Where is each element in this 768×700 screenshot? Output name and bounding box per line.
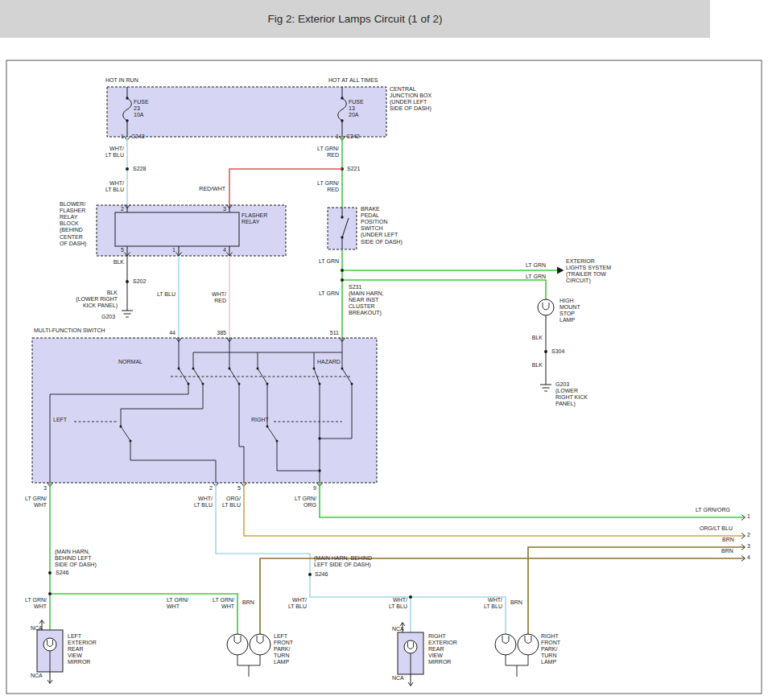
brake-pedal-position-switch bbox=[328, 208, 357, 249]
central-junction-box bbox=[107, 87, 386, 141]
wire-red-wht: RED/WHT bbox=[190, 186, 225, 192]
exterior-lights-arrow-icon bbox=[557, 267, 564, 274]
right-mirror-label: RIGHT EXTERIOR REAR VIEW MIRROR bbox=[428, 633, 457, 666]
s246-label-2: S246 bbox=[315, 571, 328, 578]
c242-label: C242 bbox=[346, 134, 360, 140]
mfs-pin-2: 2 bbox=[198, 485, 213, 492]
c243-pin: 1 bbox=[111, 134, 124, 140]
mirror-lamp-bulb bbox=[43, 638, 56, 651]
mirror-lamp-bulb bbox=[404, 640, 417, 653]
central-junction-box-label: CENTRAL JUNCTION BOX (UNDER LEFT SIDE OF… bbox=[390, 86, 431, 112]
connector-1: 1 bbox=[747, 513, 750, 520]
s246-label-1: S246 bbox=[56, 570, 68, 576]
wire-wht-ltblu-6: WHT/ LT BLU bbox=[473, 597, 502, 610]
wire-wht-ltblu-4: WHT/ LT BLU bbox=[278, 597, 307, 610]
nca-3: NCA bbox=[392, 626, 404, 632]
s228-label: S228 bbox=[133, 166, 146, 172]
main-harn-2: (MAIN HARN, BEHIND LEFT SIDE OF DASH) bbox=[314, 555, 372, 568]
wire-blk-4: BLK bbox=[514, 362, 543, 369]
mfs-pin-9: 9 bbox=[302, 485, 316, 492]
wire-ltgrn-red-2: LT GRN/ RED bbox=[310, 180, 339, 193]
left-mirror-label: LEFT EXTERIOR REAR VIEW MIRROR bbox=[68, 633, 97, 666]
hot-in-run: HOT IN RUN bbox=[105, 77, 138, 84]
wire-blk-1: BLK bbox=[95, 259, 124, 266]
hazard-label: HAZARD bbox=[317, 359, 341, 365]
relay-pin-1: 1 bbox=[161, 247, 175, 253]
high-mount-label: HIGH MOUNT STOP LAMP bbox=[559, 298, 580, 323]
mfs-output-wires bbox=[48, 483, 745, 634]
nca-1: NCA bbox=[31, 625, 43, 632]
wire-wht-ltblu-5: WHT/ LT BLU bbox=[378, 597, 407, 610]
right-label: RIGHT bbox=[251, 417, 269, 423]
wire-org-ltblu-2: ORG/LT BLU bbox=[700, 525, 733, 532]
mfs-pin-511: 511 bbox=[320, 330, 339, 336]
wire-ltgrn-wht-2: LT GRN/ WHT bbox=[18, 597, 47, 610]
nca-2: NCA bbox=[31, 673, 43, 679]
wire-ltgrn-1: LT GRN bbox=[310, 258, 339, 265]
mfs-label: MULTI-FUNCTION SWITCH bbox=[34, 327, 105, 334]
wire-brn-3: BRN bbox=[242, 599, 254, 606]
right-lamp-label: RIGHT FRONT PARK/ TURN LAMP bbox=[541, 633, 560, 666]
brake-switch-label: BRAKE PEDAL POSITION SWITCH (UNDER LEFT … bbox=[361, 206, 403, 245]
c243-label: C243 bbox=[131, 134, 145, 140]
wire-org-ltblu-1: ORG/ LT BLU bbox=[212, 496, 241, 509]
wire-wht-ltblu-2: WHT/ LT BLU bbox=[95, 180, 124, 193]
wire-wht-ltblu-top: WHT/ LT BLU bbox=[95, 146, 124, 159]
connector-4: 4 bbox=[747, 554, 750, 561]
mfs-pin-3: 3 bbox=[32, 485, 47, 492]
wiring-diagram bbox=[0, 0, 768, 700]
wire-ltgrn-3: LT GRN bbox=[517, 274, 546, 280]
normal-label: NORMAL bbox=[118, 359, 142, 365]
s231-splice bbox=[341, 278, 344, 282]
turn-bulb bbox=[250, 634, 270, 655]
exterior-lights-label: EXTERIOR LIGHTS SYSTEM (TRAILER TOW CIRC… bbox=[566, 258, 611, 284]
connector-3: 3 bbox=[747, 543, 750, 550]
left-lamp-label: LEFT FRONT PARK/ TURN LAMP bbox=[274, 633, 293, 666]
flasher-relay-body bbox=[115, 212, 239, 246]
s231-label: S231 (MAIN HARN, NEAR INST CLUSTER BREAK… bbox=[349, 284, 384, 317]
left-front-park-turn-lamp bbox=[227, 634, 270, 677]
connector-2: 2 bbox=[747, 532, 750, 538]
nca-4: NCA bbox=[392, 675, 404, 681]
wire-brn-2: BRN bbox=[721, 548, 733, 554]
main-harn-1: (MAIN HARN, BEHIND LEFT SIDE OF DASH) bbox=[55, 549, 97, 568]
mfs-pin-44: 44 bbox=[159, 330, 175, 336]
wire-ltgrn-org-1: LT GRN/ ORG bbox=[287, 496, 316, 509]
turn-bulb bbox=[518, 634, 539, 655]
fuse-13-label: FUSE 13 20A bbox=[349, 99, 364, 118]
wire-ltgrn-wht-4: LT GRN/ WHT bbox=[205, 597, 234, 610]
diagram-stage: Fig 2: Exterior Lamps Circuit (1 of 2) bbox=[0, 0, 768, 700]
mfs-pin-385: 385 bbox=[207, 330, 226, 336]
relay-block-label: BLOWER/ FLASHER RELAY BLOCK (BEHIND CENT… bbox=[60, 201, 86, 247]
g203-ground-icon-2 bbox=[540, 385, 551, 391]
wire-wht-red: WHT/ RED bbox=[197, 291, 226, 304]
relay-pin-2: 2 bbox=[109, 206, 124, 212]
wire-ltgrn-wht-1: LT GRN/ WHT bbox=[18, 496, 47, 509]
s304-label: S304 bbox=[551, 348, 564, 355]
s202-label: S202 bbox=[133, 278, 146, 285]
high-mount-stop-lamp-bulb bbox=[538, 299, 554, 315]
wire-blk-3: BLK bbox=[514, 335, 543, 341]
right-front-park-turn-lamp bbox=[495, 634, 539, 677]
relay-pin-3: 3 bbox=[212, 206, 226, 212]
relay-pin-5: 5 bbox=[109, 247, 124, 253]
g203-ground-icon bbox=[122, 311, 133, 317]
g203-label-2: G203 (LOWER RIGHT KICK PANEL) bbox=[555, 381, 588, 407]
wire-ltgrn-4: LT GRN bbox=[310, 290, 339, 297]
flasher-relay-label: FLASHER RELAY bbox=[242, 212, 267, 225]
wire-wht-ltblu-3: WHT/ LT BLU bbox=[184, 496, 213, 509]
g203-label-1: G203 bbox=[101, 314, 115, 320]
fuse-23-label: FUSE 23 10A bbox=[134, 99, 149, 118]
relay-pin-4: 4 bbox=[212, 247, 226, 253]
mfs-pin-5: 5 bbox=[226, 485, 241, 492]
wire-ltgrn-red-top: LT GRN/ RED bbox=[310, 146, 339, 159]
wire-brn-4: BRN bbox=[510, 599, 522, 606]
wire-brn-1: BRN bbox=[722, 537, 734, 543]
wire-ltgrn-org-2: LT GRN/ORG bbox=[696, 507, 730, 513]
s202-splice bbox=[126, 280, 129, 283]
hot-at-all-times: HOT AT ALL TIMES bbox=[328, 77, 378, 84]
wire-blk-2: BLK (LOWER RIGHT KICK PANEL) bbox=[69, 290, 118, 309]
s228-splice bbox=[126, 167, 129, 171]
park-bulb bbox=[227, 634, 248, 655]
s246-splice-1 bbox=[48, 571, 52, 574]
